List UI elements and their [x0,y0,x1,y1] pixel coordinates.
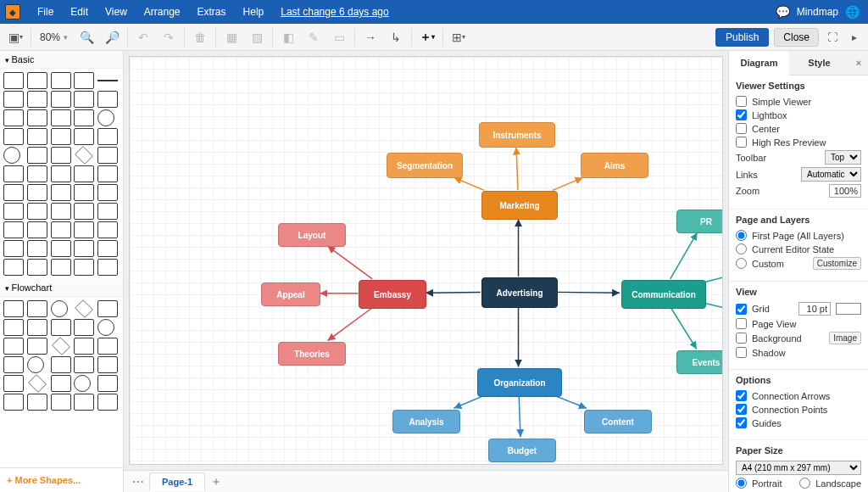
shape-stencil[interactable] [27,356,44,373]
shape-stencil[interactable] [97,128,118,145]
shape-stencil[interactable] [27,319,47,336]
shape-stencil[interactable] [27,394,47,411]
node-aims[interactable]: Aims [581,153,648,178]
toolbar-select[interactable]: Top [825,150,861,165]
page-menu-button[interactable]: ⋯ [129,472,147,491]
shape-stencil[interactable] [51,147,71,164]
delete-button[interactable]: 🗑 [190,27,210,48]
menu-help[interactable]: Help [235,6,273,18]
node-segmentation[interactable]: Segmentation [387,153,463,178]
canvas[interactable]: AdvertisingMarketingCommunicationOrganiz… [129,56,723,465]
guides-checkbox[interactable] [736,417,747,428]
shape-stencil[interactable] [51,240,71,257]
shape-stencil[interactable] [51,72,71,89]
shape-stencil[interactable] [28,374,47,393]
page-tab-1[interactable]: Page-1 [149,472,205,490]
shape-stencil[interactable] [3,91,24,108]
shape-stencil[interactable] [74,72,94,89]
zoom-field[interactable]: 100% [829,184,861,198]
globe-icon[interactable]: 🌐 [845,5,860,19]
zoom-out-button[interactable]: 🔎 [102,27,122,48]
shape-stencil[interactable] [97,184,118,201]
highres-checkbox[interactable] [736,137,747,148]
node-analysis[interactable]: Analysis [392,410,460,433]
shape-stencil[interactable] [74,221,94,238]
shape-stencil[interactable] [97,300,118,317]
publish-button[interactable]: Publish [715,28,769,47]
links-select[interactable]: Automatic [801,167,861,182]
shape-stencil[interactable] [51,356,71,373]
image-button[interactable]: Image [829,332,861,344]
tab-style[interactable]: Style [789,51,849,75]
shape-stencil[interactable] [27,259,47,276]
shape-stencil[interactable] [27,338,47,355]
fill-color-button[interactable]: ◧ [278,27,298,48]
shape-stencil[interactable] [51,165,71,182]
shape-stencil[interactable] [51,109,71,126]
shape-stencil[interactable] [27,109,47,126]
paper-size-select[interactable]: A4 (210 mm x 297 mm) [736,461,861,475]
shape-stencil[interactable] [51,184,71,201]
more-shapes-button[interactable]: + More Shapes... [0,467,123,492]
shape-stencil[interactable] [3,338,24,355]
zoom-control[interactable]: 80%▾ [36,31,71,43]
shape-stencil[interactable] [3,184,24,201]
node-content[interactable]: Content [584,410,652,433]
center-checkbox[interactable] [736,123,747,134]
landscape-radio[interactable] [799,478,810,489]
shadow-button[interactable]: ▭ [329,27,349,48]
close-button[interactable]: Close [774,28,819,47]
connection-button[interactable]: → [360,27,381,48]
simple-viewer-checkbox[interactable] [736,96,747,107]
first-page-radio[interactable] [736,230,747,241]
close-panel-button[interactable]: × [849,51,868,75]
shape-stencil[interactable] [27,91,47,108]
shape-stencil[interactable] [51,221,71,238]
insert-button[interactable]: ＋▾ [417,27,437,48]
line-color-button[interactable]: ✎ [303,27,324,48]
shape-stencil[interactable] [27,165,47,182]
grid-color-swatch[interactable] [836,303,861,315]
shape-stencil[interactable] [97,147,118,164]
portrait-radio[interactable] [736,478,747,489]
to-back-button[interactable]: ▨ [247,27,267,48]
shape-stencil[interactable] [51,259,71,276]
shape-section-flowchart[interactable]: Flowchart [0,279,123,297]
undo-button[interactable]: ↶ [133,27,153,48]
redo-button[interactable]: ↷ [159,27,179,48]
last-change-link[interactable]: Last change 6 days ago [272,6,388,18]
node-organization[interactable]: Organization [477,368,562,397]
node-advertising[interactable]: Advertising [481,277,558,308]
conn-arrows-checkbox[interactable] [736,390,747,401]
shape-stencil[interactable] [3,259,24,276]
node-pr[interactable]: PR [676,210,723,233]
shape-stencil[interactable] [27,221,47,238]
menu-view[interactable]: View [97,6,136,18]
node-marketing[interactable]: Marketing [481,191,558,220]
shape-stencil[interactable] [3,240,24,257]
shape-stencil[interactable] [97,80,118,81]
node-instruments[interactable]: Instruments [479,122,555,148]
shape-stencil[interactable] [27,300,47,317]
comment-icon[interactable]: 💬 [776,5,790,19]
view-mode-button[interactable]: ▣▾ [5,27,25,48]
shape-stencil[interactable] [97,221,118,238]
custom-radio[interactable] [736,258,747,269]
pageview-checkbox[interactable] [736,318,747,329]
node-events[interactable]: Events [676,350,723,374]
grid-size-field[interactable]: 10 pt [798,302,831,316]
shape-stencil[interactable] [51,300,68,317]
menu-arrange[interactable]: Arrange [136,6,189,18]
zoom-in-button[interactable]: 🔍 [76,27,97,48]
shape-stencil[interactable] [3,356,24,373]
shape-stencil[interactable] [27,147,47,164]
menu-file[interactable]: File [29,6,62,18]
shape-stencil[interactable] [3,109,24,126]
shape-stencil[interactable] [3,300,24,317]
shape-stencil[interactable] [3,394,24,411]
shape-stencil[interactable] [51,128,71,145]
to-front-button[interactable]: ▦ [221,27,242,48]
shape-stencil[interactable] [97,338,118,355]
shape-stencil[interactable] [27,240,47,257]
node-appeal[interactable]: Appeal [261,282,320,306]
